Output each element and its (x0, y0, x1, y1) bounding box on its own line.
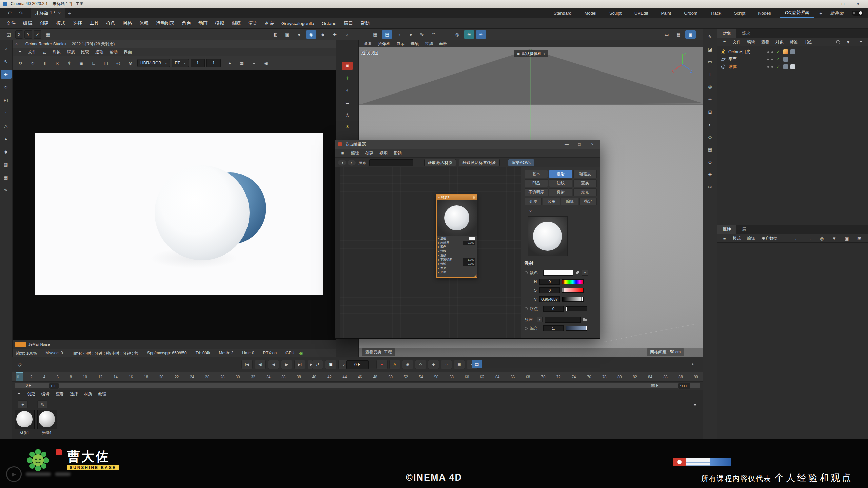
search-icon[interactable]: ◎ (816, 234, 827, 243)
object-row-sphere[interactable]: 球体 ✓ (717, 63, 868, 70)
material-preview-image[interactable] (15, 410, 35, 429)
material-node-header[interactable]: 材质1 (437, 195, 477, 200)
maximize-button[interactable]: □ (835, 1, 850, 6)
main-menubar-item[interactable]: 网格 (119, 20, 136, 26)
main-menubar-item[interactable]: 窗口 (340, 20, 357, 26)
maximize-button[interactable]: □ (574, 142, 585, 147)
clay-mode-icon[interactable]: ● (224, 59, 235, 67)
octane-menu-item[interactable]: 选项 (92, 49, 106, 55)
main-menubar-item[interactable]: 创建 (36, 20, 53, 26)
attribute-manager-menu-item[interactable]: 模式 (730, 236, 744, 241)
panel-menu-icon[interactable]: ≡ (855, 38, 866, 46)
node-channel-row[interactable]: 发光 (438, 266, 475, 271)
white-card-icon[interactable]: ▭ (342, 98, 353, 107)
popup-icon[interactable]: ⊞ (854, 234, 865, 243)
texture-tag-icon[interactable] (790, 64, 795, 69)
object-row-daylight[interactable]: Octane日光 ✓ (717, 48, 868, 56)
edges-mode-icon[interactable]: △ (1, 121, 12, 130)
select-arrow-icon[interactable]: ↖ (1, 57, 12, 66)
tab-takes[interactable]: 场次 (736, 29, 756, 38)
texture-mode-icon[interactable]: ▨ (1, 160, 12, 169)
material-picker-icon[interactable]: ◎ (113, 59, 123, 67)
points-mode-icon[interactable]: ∴ (1, 108, 12, 117)
settings-gear-icon[interactable]: ✳ (64, 59, 75, 67)
lock-icon[interactable]: ▣ (842, 234, 852, 243)
phong-tag-icon[interactable] (783, 57, 788, 62)
solo-sliders-icon[interactable]: ▤ (472, 360, 482, 368)
samples-field-2[interactable]: 1 (206, 59, 221, 67)
color-swatch[interactable] (543, 270, 573, 276)
main-menubar-item[interactable]: 渲染 (244, 20, 261, 26)
render-visibility-dot[interactable] (771, 51, 773, 53)
enabled-check[interactable]: ✓ (776, 64, 780, 69)
object-manager-menu-item[interactable]: 对象 (772, 39, 787, 45)
brush-tool-icon[interactable]: ✎ (1, 186, 12, 195)
mix-value-field[interactable]: 1. (543, 325, 564, 331)
color-options-dropdown[interactable]: ▾ (582, 270, 588, 276)
play-button[interactable]: ▶ (281, 360, 292, 369)
interface-panel-icon[interactable]: ▣ (685, 30, 696, 39)
panel-menu-icon[interactable]: ≡ (719, 38, 730, 46)
get-active-material-button[interactable]: 获取激活材质 (424, 159, 456, 166)
kernel-select[interactable]: PT (172, 59, 189, 67)
axis-lock-buttons-item[interactable]: X (15, 30, 23, 39)
search-icon[interactable] (836, 40, 841, 45)
deformer-icon[interactable]: ✳ (705, 95, 715, 104)
editor-visibility-dot[interactable] (767, 59, 769, 60)
contrast-ball-icon[interactable]: ◐ (342, 86, 353, 95)
simulation-icon[interactable]: ◇ (705, 133, 715, 141)
folder-icon[interactable] (583, 318, 588, 322)
grid-icon[interactable]: ▦ (370, 30, 380, 39)
autokey-button[interactable]: A (389, 360, 400, 369)
node-preview-toggle[interactable] (473, 196, 475, 199)
camera-chip[interactable]: 默认摄像机 (514, 50, 548, 57)
display-mode-icon[interactable]: ● (294, 30, 304, 39)
close-icon[interactable]: × (15, 42, 21, 46)
octane-menu-item[interactable]: 比较 (78, 49, 92, 55)
main-menubar-item[interactable]: 模式 (53, 20, 69, 26)
object-tag-icon[interactable] (790, 49, 795, 54)
live-render-icon[interactable]: ◉ (306, 30, 316, 39)
axis-lock-buttons-item[interactable]: Z (34, 30, 41, 39)
object-manager-menu-item[interactable]: 编辑 (744, 39, 758, 45)
layout-list-item[interactable]: Sculpt (603, 11, 628, 16)
text-tool-icon[interactable]: T (705, 70, 715, 79)
channel-tabs-row1-item[interactable]: 粗糙度 (573, 170, 597, 178)
node-channel-row[interactable]: 置换 (438, 253, 475, 258)
workplane-mode-icon[interactable]: ▦ (1, 173, 12, 182)
next-frame-button[interactable]: ▶| (294, 360, 305, 369)
object-mode-icon[interactable]: ◆ (318, 30, 328, 39)
viewport-menubar-item[interactable]: 显示 (393, 41, 408, 47)
monitor-icon[interactable]: ▭ (662, 30, 672, 39)
channel-tabs-row2-item[interactable]: 置换 (573, 179, 597, 187)
main-menubar-item[interactable]: 动画 (195, 20, 211, 26)
layout-list-item[interactable]: Paint (655, 11, 678, 16)
octane-menu-item[interactable]: 云 (39, 49, 50, 55)
material-preview-image[interactable] (37, 410, 57, 429)
channel-tabs-row4-item[interactable]: 公用 (543, 198, 560, 205)
previous-frame-button[interactable]: ◀ (268, 360, 279, 369)
mograph-icon[interactable]: ▦ (705, 145, 715, 154)
frame-range-bar[interactable]: 0 F 0 F 90 F 90 F (12, 382, 703, 390)
material-thumbnail[interactable]: 材质1 (15, 410, 34, 435)
material-manager-menu-item[interactable]: 材质 (81, 391, 95, 397)
world-axis-icon[interactable]: ◱ (3, 30, 14, 39)
back-icon[interactable]: ← (791, 234, 802, 243)
channel-tabs-row1-item[interactable]: 基本 (525, 170, 548, 178)
snap-point-icon[interactable]: ○ (341, 30, 352, 39)
scale-tool-icon[interactable]: ◰ (1, 96, 12, 104)
volume-icon[interactable]: ◐ (705, 120, 715, 129)
tab-objects[interactable]: 对象 (717, 29, 736, 38)
spline-icon[interactable]: ◪ (705, 45, 715, 54)
keyframe-icon[interactable]: ◉ (402, 360, 413, 369)
main-menubar-item[interactable]: Greyscalegorilla (278, 21, 318, 26)
main-menubar-item[interactable]: 文件 (3, 20, 19, 26)
main-menubar-item[interactable]: 编辑 (19, 20, 36, 26)
octane-menu-item[interactable]: 文件 (25, 49, 39, 55)
node-editor-titlebar[interactable]: 节点编辑器 — □ × (335, 140, 600, 149)
current-frame-field[interactable]: 0 F (346, 360, 369, 369)
octane-settings-icon[interactable]: ✳ (342, 74, 353, 82)
channel-tabs-row2-item[interactable]: 凹凸 (525, 179, 548, 187)
gear-teal-icon[interactable]: ✳ (464, 30, 474, 39)
camera-icon[interactable]: ▣ (282, 30, 293, 39)
